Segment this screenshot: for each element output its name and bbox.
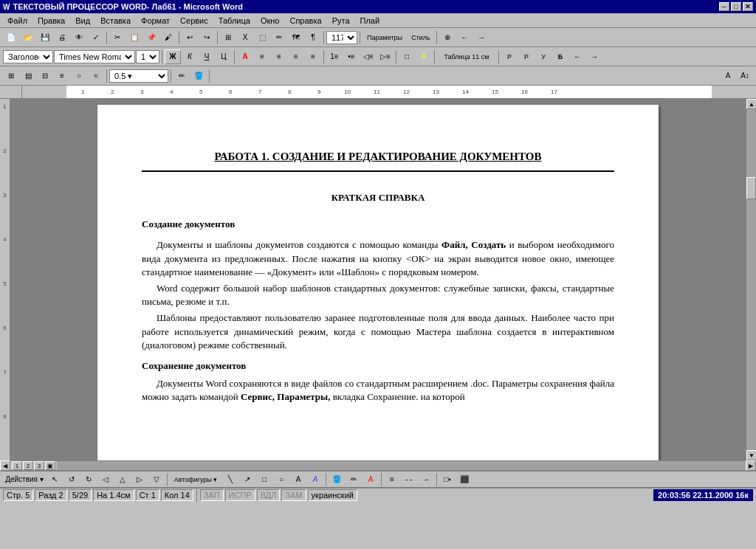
- columns-button[interactable]: ⬚: [254, 30, 270, 45]
- extra-btn-5[interactable]: ○: [71, 69, 87, 83]
- arrow-down[interactable]: ▽: [148, 472, 165, 487]
- line-color-btn[interactable]: ✏: [346, 472, 362, 487]
- open-button[interactable]: 📂: [20, 30, 36, 45]
- align-left[interactable]: ≡: [271, 49, 287, 64]
- page-norm-btn[interactable]: ▣: [45, 461, 55, 470]
- strikethrough-button[interactable]: Ц: [216, 49, 232, 64]
- nav-next[interactable]: →: [586, 49, 602, 64]
- font-color-btn[interactable]: A: [362, 472, 379, 487]
- size-select[interactable]: 16: [136, 50, 159, 63]
- copy-button[interactable]: 📋: [126, 30, 142, 45]
- num-list[interactable]: 1≡: [326, 49, 343, 64]
- line-style-btn[interactable]: ≡: [384, 472, 400, 487]
- align-justify[interactable]: ≡: [305, 49, 321, 64]
- menu-ruta[interactable]: Рута: [328, 15, 354, 27]
- extra-btn-2[interactable]: ▤: [20, 69, 36, 83]
- menu-window[interactable]: Окно: [256, 15, 284, 27]
- decrease-indent[interactable]: ◁≡: [360, 49, 377, 64]
- highlight[interactable]: A: [416, 49, 432, 64]
- fill-color-btn[interactable]: 🪣: [329, 472, 345, 487]
- table-width-btn[interactable]: Таблица 11 см: [437, 49, 496, 64]
- format-painter[interactable]: 🖌: [160, 30, 176, 45]
- style-button[interactable]: Стиль: [408, 30, 434, 45]
- underline-button[interactable]: Ч: [199, 49, 215, 64]
- new-button[interactable]: 📄: [3, 30, 19, 45]
- lang-btn[interactable]: Р: [501, 49, 518, 64]
- arrow-left[interactable]: ◁: [97, 472, 114, 487]
- arrow-tool[interactable]: ↗: [239, 472, 255, 487]
- nav-prev[interactable]: ←: [569, 49, 585, 64]
- page-3-btn[interactable]: 3: [34, 461, 44, 470]
- font-color-a[interactable]: А: [237, 49, 253, 64]
- menu-insert[interactable]: Вставка: [96, 15, 135, 27]
- menu-help[interactable]: Справка: [285, 15, 326, 27]
- oval-tool[interactable]: ○: [273, 472, 289, 487]
- font-select[interactable]: Times New Roman: [54, 50, 135, 63]
- style-select[interactable]: Заголовок 1: [3, 50, 53, 63]
- spell-button[interactable]: ✓: [88, 30, 104, 45]
- menu-tools[interactable]: Сервис: [176, 15, 213, 27]
- redo-button[interactable]: ↪: [199, 30, 215, 45]
- rotate-left[interactable]: ↺: [63, 472, 80, 487]
- scroll-thumb[interactable]: [746, 177, 756, 199]
- extra-btn-4[interactable]: ≡: [54, 69, 70, 83]
- fill-icon[interactable]: 🪣: [190, 69, 207, 83]
- arrow-style-btn[interactable]: →: [418, 472, 434, 487]
- vertical-scrollbar[interactable]: ▲ ▼: [746, 99, 756, 460]
- rect-tool[interactable]: □: [256, 472, 272, 487]
- fmt-p-btn[interactable]: Р: [518, 49, 535, 64]
- close-button[interactable]: ✕: [743, 2, 753, 11]
- minimize-button[interactable]: ─: [719, 2, 729, 11]
- drawing-button[interactable]: ✏: [271, 30, 287, 45]
- line-tool[interactable]: ╲: [222, 472, 238, 487]
- menu-format[interactable]: Формат: [137, 15, 174, 27]
- map-button[interactable]: 🗺: [288, 30, 304, 45]
- h-scroll-track[interactable]: [57, 461, 746, 470]
- rotate-right[interactable]: ↻: [80, 472, 97, 487]
- extra-btn-6[interactable]: ≈: [88, 69, 104, 83]
- wordart-btn[interactable]: A: [307, 472, 323, 487]
- page-2-btn[interactable]: 2: [23, 461, 33, 470]
- params-button[interactable]: Параметры: [362, 30, 407, 45]
- restore-button[interactable]: □: [731, 2, 741, 11]
- tb-extra-2[interactable]: ←: [456, 30, 472, 45]
- scroll-track[interactable]: [746, 109, 756, 450]
- textbox-tool[interactable]: A: [290, 472, 306, 487]
- outside-border[interactable]: □: [399, 49, 415, 64]
- tb-extra-1[interactable]: ⊕: [439, 30, 456, 45]
- menu-table[interactable]: Таблица: [214, 15, 255, 27]
- menu-edit[interactable]: Правка: [33, 15, 69, 27]
- align-center[interactable]: ≡: [254, 49, 270, 64]
- extra-btn-1[interactable]: ⊞: [3, 69, 19, 83]
- menu-view[interactable]: Вид: [71, 15, 94, 27]
- italic-button[interactable]: К: [182, 49, 198, 64]
- bul-list[interactable]: •≡: [343, 49, 360, 64]
- paste-button[interactable]: 📌: [143, 30, 159, 45]
- border-style-select[interactable]: 0.5 ▾: [109, 69, 168, 83]
- ex-a-btn[interactable]: А: [720, 69, 736, 83]
- extra-btn-3[interactable]: ⊟: [37, 69, 53, 83]
- save-button[interactable]: 💾: [37, 30, 53, 45]
- page-1-btn[interactable]: 1: [12, 461, 22, 470]
- increase-indent[interactable]: ▷≡: [377, 49, 394, 64]
- h-scroll-right[interactable]: ▶: [746, 460, 756, 471]
- h-scroll-left[interactable]: ◀: [0, 460, 10, 471]
- tb-extra-3[interactable]: →: [473, 30, 489, 45]
- pencil-icon[interactable]: ✏: [173, 69, 190, 83]
- table-button[interactable]: ⊞: [220, 30, 236, 45]
- arrow-up[interactable]: △: [114, 472, 131, 487]
- bold-button[interactable]: Ж: [165, 49, 181, 64]
- print-button[interactable]: 🖨: [54, 30, 70, 45]
- dash-style-btn[interactable]: - -: [401, 472, 417, 487]
- menu-file[interactable]: Файл: [3, 15, 32, 27]
- insert-excel[interactable]: X: [237, 30, 253, 45]
- actions-menu[interactable]: Действия ▾: [3, 472, 46, 487]
- select-btn[interactable]: ↖: [47, 472, 63, 487]
- preview-button[interactable]: 👁: [71, 30, 87, 45]
- zoom-select[interactable]: 117%: [326, 31, 357, 44]
- fmt-u-btn[interactable]: У: [535, 49, 551, 64]
- arrow-right[interactable]: ▷: [131, 472, 148, 487]
- ex-b-btn[interactable]: А↕: [737, 69, 753, 83]
- scroll-down-button[interactable]: ▼: [746, 450, 756, 460]
- align-right[interactable]: ≡: [288, 49, 304, 64]
